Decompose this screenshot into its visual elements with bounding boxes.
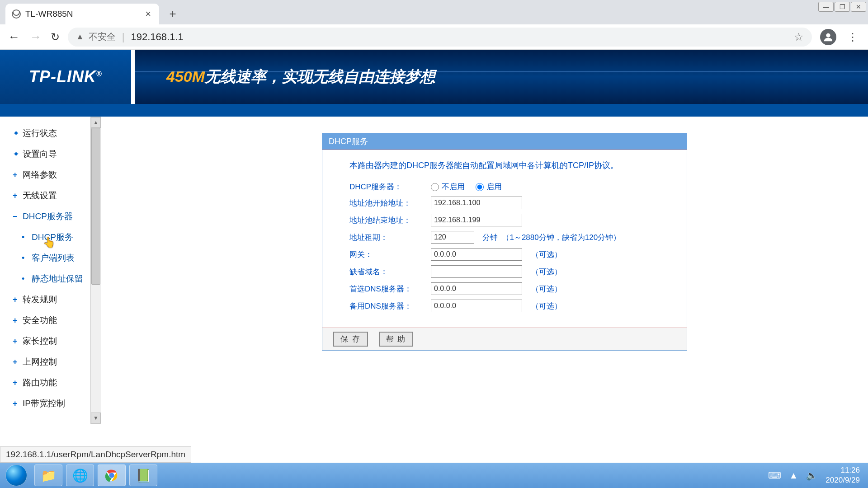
globe-icon: [12, 9, 21, 19]
banner: TP-LINK® 450M无线速率，实现无线自由连接梦想: [0, 50, 868, 104]
chrome-task-icon[interactable]: [98, 465, 126, 486]
input-lease[interactable]: [431, 231, 474, 244]
window-controls: — ❐ ✕: [816, 0, 868, 14]
browser-tab-bar: TL-WR885N × +: [0, 0, 868, 24]
input-domain[interactable]: [431, 265, 522, 278]
label-dhcp-server: DHCP服务器：: [349, 182, 431, 192]
tab-title: TL-WR885N: [25, 9, 139, 19]
sidebar-item-static-reserve[interactable]: •静态地址保留: [0, 268, 90, 289]
input-dns1[interactable]: [431, 282, 522, 295]
sidebar-item-access-control[interactable]: +上网控制: [0, 352, 90, 372]
sidebar-item-network[interactable]: +网络参数: [0, 164, 90, 185]
close-tab-icon[interactable]: ×: [143, 8, 153, 20]
url-text: 192.168.1.1: [131, 31, 184, 43]
sidebar-item-wizard[interactable]: ✦设置向导: [0, 144, 90, 164]
url-divider: |: [122, 31, 125, 43]
url-box[interactable]: ▲ 不安全 | 192.168.1.1 ☆: [68, 28, 812, 47]
hint-optional: （可选）: [531, 284, 562, 294]
input-dns2[interactable]: [431, 300, 522, 312]
forward-button[interactable]: →: [29, 30, 42, 44]
label-dns2: 备用DNS服务器：: [349, 301, 431, 311]
radio-enable[interactable]: [476, 183, 484, 191]
sidebar-scrollbar[interactable]: ▲ ▼: [90, 117, 101, 424]
sidebar-item-dhcp[interactable]: −DHCP服务器: [0, 206, 90, 227]
scroll-down-icon[interactable]: ▼: [91, 413, 101, 423]
maximize-button[interactable]: ❐: [835, 2, 850, 12]
input-gateway[interactable]: [431, 248, 522, 261]
label-start-ip: 地址池开始地址：: [349, 198, 431, 208]
help-button[interactable]: 帮 助: [379, 332, 414, 347]
panel-title: DHCP服务: [322, 133, 687, 150]
sidebar-item-dhcp-service[interactable]: •DHCP服务: [0, 227, 90, 248]
bookmark-icon[interactable]: ☆: [794, 31, 804, 43]
show-hidden-icon[interactable]: ▲: [789, 470, 798, 481]
input-end-ip[interactable]: [431, 214, 522, 226]
brand-logo: TP-LINK®: [29, 67, 102, 86]
divider-strip: [0, 104, 868, 117]
svg-point-0: [826, 33, 830, 37]
explorer-task-icon[interactable]: 📁: [34, 465, 62, 486]
sidebar-item-bandwidth[interactable]: +IP带宽控制: [0, 393, 90, 414]
label-disable: 不启用: [442, 182, 465, 192]
profile-button[interactable]: [820, 29, 836, 45]
scroll-track[interactable]: [91, 128, 101, 413]
input-start-ip[interactable]: [431, 197, 522, 209]
main-pane: DHCP服务 本路由器内建的DHCP服务器能自动配置局域网中各计算机的TCP/I…: [105, 117, 868, 463]
scroll-thumb[interactable]: [91, 128, 100, 285]
sidebar-item-client-list[interactable]: •客户端列表: [0, 248, 90, 268]
sidebar-item-status[interactable]: ✦运行状态: [0, 123, 90, 144]
scroll-up-icon[interactable]: ▲: [91, 117, 101, 128]
label-enable: 启用: [486, 182, 502, 192]
dhcp-panel: DHCP服务 本路由器内建的DHCP服务器能自动配置局域网中各计算机的TCP/I…: [322, 133, 687, 351]
save-button[interactable]: 保 存: [333, 332, 368, 347]
minimize-button[interactable]: —: [818, 2, 834, 12]
radio-disable[interactable]: [431, 183, 439, 191]
logo-box: TP-LINK®: [0, 50, 131, 104]
sidebar-item-forwarding[interactable]: +转发规则: [0, 289, 90, 310]
system-tray: ⌨ ▲ 🔈 11:26 2020/9/29: [768, 465, 868, 485]
label-domain: 缺省域名：: [349, 267, 431, 277]
banner-slogan: 450M无线速率，实现无线自由连接梦想: [135, 50, 868, 104]
sidebar-item-routing[interactable]: +路由功能: [0, 372, 90, 393]
start-button[interactable]: [0, 463, 33, 488]
browser-tab-active[interactable]: TL-WR885N ×: [5, 4, 159, 24]
label-end-ip: 地址池结束地址：: [349, 215, 431, 225]
close-window-button[interactable]: ✕: [851, 2, 866, 12]
browser-menu-button[interactable]: ⋮: [844, 31, 861, 43]
warning-icon: ▲: [76, 32, 84, 42]
clock[interactable]: 11:26 2020/9/29: [826, 465, 860, 485]
security-label: 不安全: [89, 31, 116, 43]
reload-button[interactable]: ↻: [51, 31, 60, 43]
volume-icon[interactable]: 🔈: [806, 470, 817, 481]
panel-intro: 本路由器内建的DHCP服务器能自动配置局域网中各计算机的TCP/IP协议。: [349, 160, 660, 171]
browser-task-icon[interactable]: 🌐: [66, 465, 94, 486]
svg-point-2: [109, 473, 114, 478]
status-bar: 192.168.1.1/userRpm/LanDhcpServerRpm.htm: [0, 446, 191, 463]
notepad-task-icon[interactable]: 📗: [129, 465, 157, 486]
sidebar-item-parental[interactable]: +家长控制: [0, 331, 90, 352]
row-dhcp-server: DHCP服务器： 不启用 启用: [349, 182, 660, 192]
hint-optional: （可选）: [531, 301, 562, 311]
hint-optional: （可选）: [531, 267, 562, 277]
keyboard-icon[interactable]: ⌨: [768, 470, 781, 481]
label-gateway: 网关：: [349, 249, 431, 260]
address-bar: ← → ↻ ▲ 不安全 | 192.168.1.1 ☆ ⋮: [0, 24, 868, 50]
label-lease: 地址租期：: [349, 232, 431, 243]
sidebar-item-security[interactable]: +安全功能: [0, 310, 90, 331]
label-dns1: 首选DNS服务器：: [349, 284, 431, 294]
taskbar: 📁 🌐 📗 ⌨ ▲ 🔈 11:26 2020/9/29: [0, 463, 868, 488]
new-tab-button[interactable]: +: [164, 5, 182, 23]
back-button[interactable]: ←: [7, 30, 21, 44]
hint-optional: （可选）: [531, 249, 562, 260]
sidebar-item-wireless[interactable]: +无线设置: [0, 185, 90, 206]
sidebar-menu: ✦运行状态 ✦设置向导 +网络参数 +无线设置 −DHCP服务器 •DHCP服务…: [0, 117, 90, 424]
page-content: TP-LINK® 450M无线速率，实现无线自由连接梦想 ✦运行状态 ✦设置向导…: [0, 50, 868, 463]
